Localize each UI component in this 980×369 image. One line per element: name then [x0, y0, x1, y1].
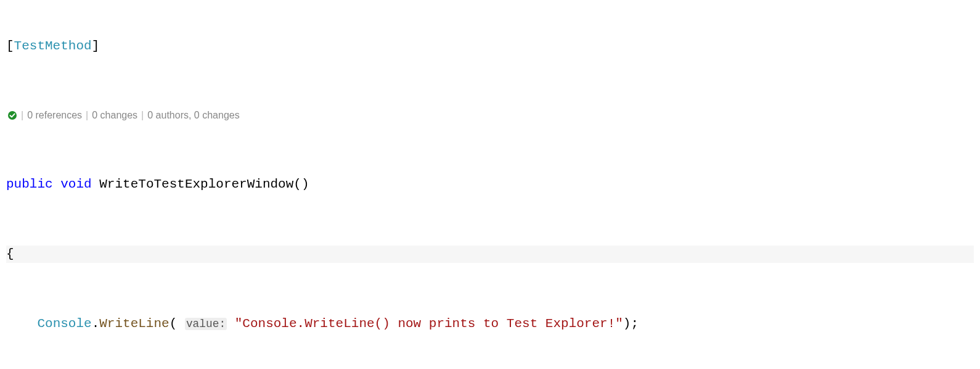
codelens-bar[interactable]: | 0 references | 0 changes | 0 authors, … [6, 107, 974, 123]
code-line-attribute: [TestMethod] [6, 38, 974, 55]
code-line-signature: public void WriteToTestExplorerWindow() [6, 176, 974, 193]
separator-icon: | [21, 109, 23, 122]
separator-icon: | [86, 109, 88, 122]
code-line-brace-open: { [6, 246, 974, 263]
separator-icon: | [141, 109, 144, 122]
pass-icon [7, 110, 17, 120]
code-editor[interactable]: [TestMethod] | 0 references | 0 changes … [0, 0, 980, 369]
codelens-authors[interactable]: 0 authors, 0 changes [147, 109, 239, 122]
codelens-references[interactable]: 0 references [27, 109, 82, 122]
codelens-changes[interactable]: 0 changes [92, 109, 137, 122]
code-line-body: Console.WriteLine( value: "Console.Write… [6, 315, 974, 333]
